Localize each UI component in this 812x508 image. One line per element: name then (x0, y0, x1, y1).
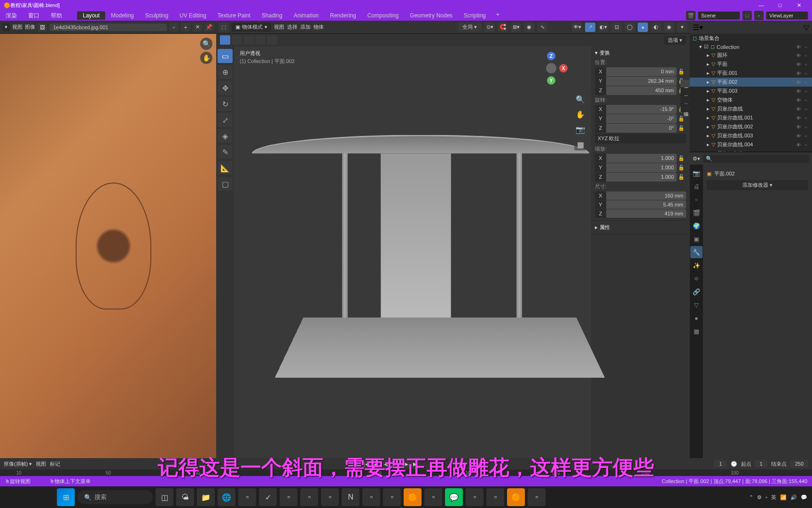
prop-tab-material[interactable]: ● (690, 312, 703, 324)
overlay-toggle[interactable]: ◐▾ (598, 23, 609, 32)
scale-y[interactable]: 1.000 (606, 163, 677, 172)
tab-rendering[interactable]: Rendering (324, 11, 361, 20)
app-icon[interactable]: N (342, 488, 359, 506)
prop-tab-texture[interactable]: ▦ (690, 325, 703, 337)
wifi-icon[interactable]: 📶 (780, 494, 787, 500)
scene-icon[interactable]: 🎬 (686, 11, 695, 20)
taskview-icon[interactable]: ◫ (156, 488, 173, 506)
timeline-menu-marker[interactable]: 标记 (50, 460, 60, 468)
browse-image[interactable]: ▫ (169, 23, 179, 32)
blender-taskbar-icon[interactable]: 🟠 (404, 488, 422, 506)
prop-tab-world[interactable]: 🌍 (690, 220, 703, 232)
properties-header[interactable]: ▸ 属性 (595, 222, 686, 232)
prop-tab-object[interactable]: ▣ (690, 233, 703, 245)
tree-item[interactable]: ▸▽贝塞尔曲线.004👁▫ (690, 140, 812, 149)
menu-object[interactable]: 物体 (313, 24, 324, 31)
prop-tab-constraint[interactable]: 🔗 (690, 286, 703, 298)
tree-item[interactable]: ▸▽贝塞尔曲线.005👁▫ (690, 149, 812, 152)
app-icon[interactable]: ▫ (424, 488, 442, 506)
notification-icon[interactable]: 💬 (801, 494, 807, 500)
app-icon[interactable]: ▫ (362, 488, 380, 506)
tree-item[interactable]: ▸▽平面.002👁▫ (690, 78, 812, 87)
prop-tab-output[interactable]: 🖨 (690, 180, 703, 192)
editor-type-icon[interactable]: ⬚ (219, 23, 229, 32)
select-mode-1[interactable] (220, 35, 230, 45)
camera-icon[interactable]: 📷 (574, 123, 586, 135)
prop-tab-physics[interactable]: ⚛ (690, 272, 703, 285)
tree-item[interactable]: ▸▽平面👁▫ (690, 60, 812, 69)
transform-orientation[interactable]: 全局 ▾ (458, 23, 482, 32)
tool-cursor[interactable]: ⊕ (218, 65, 233, 79)
tab-item[interactable]: 项目 (680, 80, 690, 88)
app-icon[interactable]: ✓ (259, 488, 277, 506)
menu-window[interactable]: 窗口 (23, 12, 45, 20)
tab-view[interactable]: 视图 (680, 96, 690, 104)
lock-icon[interactable]: 🔓 (677, 67, 686, 76)
dim-y[interactable]: 5.45 mm (606, 200, 686, 209)
tool-select[interactable]: ▭ (218, 49, 233, 63)
tree-item[interactable]: ▸▽贝塞尔曲线.002👁▫ (690, 122, 812, 131)
prop-tab-modifier[interactable]: 🔧 (690, 246, 703, 258)
select-mode-3[interactable] (243, 35, 254, 45)
scene-input[interactable] (698, 11, 740, 20)
tool-measure[interactable]: 📐 (218, 161, 233, 175)
mode-selector[interactable]: ▣ 物体模式 ▾ (232, 23, 271, 32)
navigation-gizmo[interactable]: Z X Y (535, 52, 568, 85)
app-icon[interactable]: ▫ (238, 488, 256, 506)
zoom-icon[interactable]: 🔍 (200, 38, 212, 50)
tree-item[interactable]: ▸▽空物体👁▫ (690, 95, 812, 104)
tree-root[interactable]: ◻ 场景集合 (690, 34, 812, 43)
reference-image[interactable]: 🔍 ✋ (0, 34, 216, 458)
tab-compositing[interactable]: Compositing (362, 11, 405, 20)
perspective-icon[interactable]: ▦ (574, 138, 586, 151)
image-filename[interactable]: 1e4d3435cbced.jpg.001 (49, 24, 167, 31)
minimize-button[interactable]: — (752, 2, 771, 8)
tab-layout[interactable]: Layout (77, 11, 105, 20)
volume-icon[interactable]: 🔊 (790, 494, 797, 500)
prop-tab-render[interactable]: 📷 (690, 167, 703, 179)
menu-select[interactable]: 选择 (287, 24, 297, 31)
start-frame[interactable]: 1 (755, 460, 767, 468)
loc-z[interactable]: 450 mm (606, 86, 677, 95)
tool-scale[interactable]: ⤢ (218, 113, 233, 127)
prop-tab-viewlayer[interactable]: ▫ (690, 193, 703, 206)
menu-render[interactable]: 渲染 (0, 12, 23, 20)
lock-icon[interactable]: 🔓 (677, 114, 686, 123)
add-tab-button[interactable]: + (492, 11, 504, 20)
shading-dropdown[interactable]: ▾ (677, 23, 687, 32)
tab-modeling[interactable]: Modeling (105, 11, 140, 20)
app-icon[interactable]: ▫ (300, 488, 318, 506)
shading-rendered[interactable]: ◉ (664, 23, 674, 32)
timeline-menu-view[interactable]: 视图 (36, 460, 46, 468)
xray-toggle[interactable]: ⊡ (611, 23, 622, 32)
props-search[interactable]: 🔍 (703, 155, 809, 163)
zoom-icon[interactable]: 🔍 (574, 93, 586, 105)
3d-viewport[interactable]: 用户透视 (1) Collection | 平面.002 Z X Y (234, 46, 591, 458)
loc-x[interactable]: 0 mm (606, 67, 677, 76)
dim-x[interactable]: 160 mm (606, 191, 686, 200)
rotation-mode[interactable]: XYZ 欧拉 (595, 134, 686, 143)
lock-icon[interactable]: 🔓 (677, 154, 686, 163)
menu-add[interactable]: 添加 (300, 24, 311, 31)
tray-chevron[interactable]: ⌃ (749, 494, 753, 500)
end-frame[interactable]: 250 (790, 460, 808, 468)
editor-type-dropdown[interactable]: ▾ (2, 23, 10, 31)
tab-texturepaint[interactable]: Texture Paint (212, 11, 256, 20)
tree-item[interactable]: ▸▽平面.001👁▫ (690, 69, 812, 78)
tool-rotate[interactable]: ↻ (218, 97, 233, 111)
menu-help[interactable]: 帮助 (45, 12, 68, 20)
pin-image[interactable]: 📌 (204, 23, 214, 32)
proportional-dropdown[interactable]: ∿ (537, 23, 547, 32)
maximize-button[interactable]: □ (771, 2, 789, 8)
tool-addcube[interactable]: ▢ (218, 177, 233, 191)
pan-icon[interactable]: ✋ (200, 52, 212, 64)
lock-icon[interactable]: 🔓 (677, 124, 686, 133)
props-type[interactable]: ⚙▾ (693, 156, 700, 162)
transform-header[interactable]: ▾ 变换 (595, 48, 686, 58)
app-icon[interactable]: ▫ (528, 488, 546, 506)
menu-view[interactable]: 视图 (12, 24, 23, 31)
wechat-icon[interactable]: 💬 (445, 488, 463, 506)
select-mode-4[interactable] (255, 35, 265, 45)
snap-toggle[interactable]: 🧲 (498, 23, 508, 32)
tree-item[interactable]: ▸▽圆环👁▫ (690, 51, 812, 60)
